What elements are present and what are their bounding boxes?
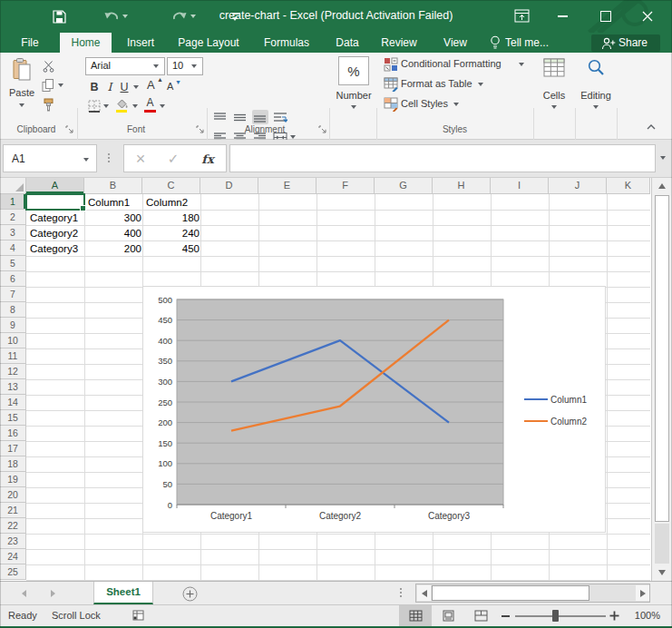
- number-dropdown-arrow[interactable]: [351, 105, 356, 109]
- share-button[interactable]: Share: [591, 34, 660, 52]
- zoom-in-button[interactable]: [608, 609, 620, 622]
- row-header-10[interactable]: 10: [0, 333, 26, 348]
- select-all-corner[interactable]: [0, 178, 26, 194]
- column-header-F[interactable]: F: [317, 178, 375, 194]
- row-header-9[interactable]: 9: [0, 318, 26, 333]
- formula-bar-expand-arrow[interactable]: [660, 156, 666, 160]
- cell-C3[interactable]: 240: [143, 226, 200, 241]
- cell-A3[interactable]: Category2: [27, 226, 84, 241]
- row-header-15[interactable]: 15: [0, 410, 26, 426]
- format-as-table-button[interactable]: Format as Table: [381, 76, 490, 93]
- tab-page-layout[interactable]: Page Layout: [170, 33, 247, 53]
- previous-sheet-button[interactable]: [16, 586, 31, 601]
- normal-view-button[interactable]: [399, 605, 432, 626]
- tab-view[interactable]: View: [430, 33, 481, 53]
- row-header-14[interactable]: 14: [0, 395, 26, 410]
- row-header-13[interactable]: 13: [0, 379, 26, 395]
- row-header-1[interactable]: 1: [0, 194, 26, 210]
- cell-C2[interactable]: 180: [143, 211, 200, 226]
- tab-review[interactable]: Review: [375, 33, 423, 53]
- cell-A4[interactable]: Category3: [27, 241, 84, 257]
- tab-data[interactable]: Data: [319, 33, 375, 53]
- tab-scroll-splitter[interactable]: [400, 588, 402, 590]
- sheet-tab-active[interactable]: Sheet1: [93, 582, 153, 604]
- fill-handle[interactable]: [80, 205, 86, 211]
- scroll-right-button[interactable]: [636, 585, 649, 601]
- row-header-5[interactable]: 5: [0, 256, 26, 271]
- column-header-C[interactable]: C: [142, 178, 200, 194]
- cell-C4[interactable]: 450: [143, 241, 200, 257]
- row-header-8[interactable]: 8: [0, 302, 26, 318]
- tab-formulas[interactable]: Formulas: [254, 33, 319, 53]
- number-format-button[interactable]: % Number: [325, 55, 383, 115]
- row-header-6[interactable]: 6: [0, 271, 26, 287]
- cell-B2[interactable]: 300: [85, 211, 142, 226]
- enter-button[interactable]: ✓: [164, 147, 182, 171]
- conditional-formatting-button[interactable]: Conditional Formatting: [381, 56, 531, 74]
- cells-button[interactable]: Cells: [536, 55, 572, 115]
- tab-insert[interactable]: Insert: [118, 33, 163, 53]
- vertical-scroll-thumb[interactable]: [655, 195, 669, 522]
- scroll-down-button[interactable]: [654, 566, 670, 579]
- macro-record-button[interactable]: [132, 610, 144, 621]
- column-header-D[interactable]: D: [200, 178, 258, 194]
- align-top-button[interactable]: [212, 110, 229, 124]
- row-header-20[interactable]: 20: [0, 487, 26, 503]
- scroll-left-button[interactable]: [417, 585, 431, 601]
- collapse-ribbon-button[interactable]: [644, 122, 658, 132]
- column-header-H[interactable]: H: [433, 178, 491, 194]
- zoom-slider-track[interactable]: [515, 615, 606, 617]
- align-bottom-button[interactable]: [252, 110, 268, 124]
- row-header-2[interactable]: 2: [0, 210, 26, 225]
- column-header-B[interactable]: B: [84, 178, 142, 194]
- align-middle-button[interactable]: [232, 110, 248, 124]
- column-header-I[interactable]: I: [491, 178, 549, 194]
- row-header-22[interactable]: 22: [0, 518, 26, 534]
- row-header-23[interactable]: 23: [0, 534, 26, 549]
- cell-B4[interactable]: 200: [85, 241, 142, 257]
- row-header-18[interactable]: 18: [0, 456, 26, 472]
- formula-input[interactable]: [229, 144, 656, 172]
- maximize-button[interactable]: [597, 7, 615, 25]
- ribbon-display-options-button[interactable]: [512, 8, 531, 24]
- column-header-E[interactable]: E: [258, 178, 317, 194]
- cell-styles-button[interactable]: Cell Styles: [381, 96, 467, 113]
- column-header-K[interactable]: K: [607, 178, 650, 194]
- close-button[interactable]: [638, 7, 657, 25]
- name-box-dropdown-arrow[interactable]: [83, 158, 89, 162]
- row-header-11[interactable]: 11: [0, 348, 26, 364]
- cell-C1[interactable]: Column2: [143, 195, 200, 211]
- alignment-dialog-launcher[interactable]: [318, 125, 326, 133]
- cells-dropdown-arrow[interactable]: [551, 105, 557, 109]
- cell-B1[interactable]: Column1: [85, 195, 142, 211]
- tab-home[interactable]: Home: [60, 33, 112, 53]
- tell-me-box[interactable]: Tell me...: [505, 33, 569, 53]
- page-break-preview-button[interactable]: [464, 605, 497, 626]
- column-header-G[interactable]: G: [375, 178, 433, 194]
- editing-dropdown-arrow[interactable]: [593, 105, 599, 109]
- embedded-chart[interactable]: 050100150200250300350400450500Category1C…: [142, 286, 606, 533]
- row-header-7[interactable]: 7: [0, 287, 26, 302]
- cell-B3[interactable]: 400: [85, 226, 142, 241]
- column-header-A[interactable]: A: [26, 178, 84, 194]
- row-header-12[interactable]: 12: [0, 364, 26, 379]
- scroll-up-button[interactable]: [654, 180, 670, 192]
- row-header-17[interactable]: 17: [0, 441, 26, 456]
- cell-A2[interactable]: Category1: [27, 211, 84, 226]
- merge-center-dropdown-arrow[interactable]: [290, 135, 296, 139]
- zoom-out-button[interactable]: [499, 610, 511, 623]
- horizontal-scroll-thumb[interactable]: [432, 585, 589, 601]
- tab-file[interactable]: File: [9, 33, 51, 53]
- vertical-scroll-track[interactable]: [655, 524, 669, 564]
- minimize-button[interactable]: [553, 7, 571, 25]
- cancel-button[interactable]: ×: [131, 147, 150, 171]
- row-header-4[interactable]: 4: [0, 240, 26, 256]
- formula-bar-splitter[interactable]: [108, 153, 110, 155]
- next-sheet-button[interactable]: [45, 586, 60, 601]
- page-layout-view-button[interactable]: [432, 605, 464, 626]
- zoom-level[interactable]: 100%: [624, 610, 660, 621]
- wrap-text-button[interactable]: [272, 110, 288, 124]
- add-sheet-button[interactable]: [181, 585, 198, 602]
- row-header-19[interactable]: 19: [0, 472, 26, 487]
- zoom-slider-handle[interactable]: [552, 610, 559, 622]
